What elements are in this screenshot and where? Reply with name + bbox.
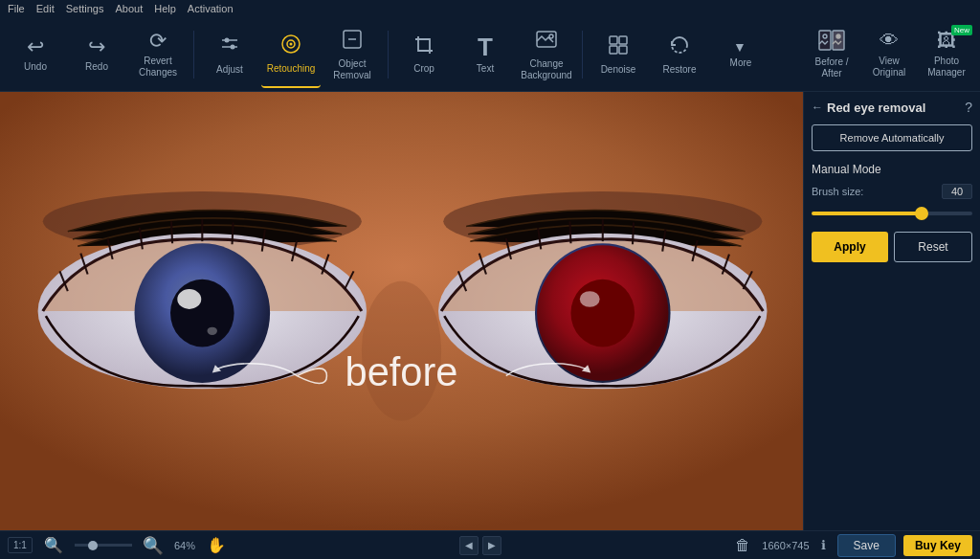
panel-header: ← Red eye removal ? [812,100,972,115]
more-icon: ▼ [733,40,748,54]
svg-point-3 [231,44,235,49]
object-removal-icon [341,28,364,55]
svg-rect-11 [610,36,617,44]
zoom-out-button[interactable]: 🔍 [40,534,67,556]
zoom-percent: 64% [174,540,195,551]
menu-about[interactable]: About [115,3,143,14]
action-buttons: Apply Reset [812,232,972,262]
hand-tool-button[interactable]: ✋ [203,534,230,556]
svg-rect-12 [619,36,627,44]
new-badge: New [951,25,972,35]
revert-button[interactable]: ⟳ RevertChanges [128,21,188,88]
buykey-button[interactable]: Buy Key [903,535,972,556]
svg-rect-15 [819,31,831,50]
menu-activation[interactable]: Activation [188,3,234,14]
svg-line-35 [233,222,234,244]
eye-photo: before [0,92,803,530]
redo-button[interactable]: ↪ Redo [67,21,126,88]
brush-slider-container [812,205,972,218]
denoise-icon [607,34,630,60]
revert-icon: ⟳ [149,31,167,52]
svg-point-26 [170,280,234,347]
svg-point-18 [836,34,840,38]
nav-arrows: ◀ ▶ [459,536,501,555]
undo-icon: ↩ [27,36,44,57]
statusbar-right: 🗑 1660×745 ℹ Save Buy Key [731,534,972,557]
panel-help-button[interactable]: ? [965,100,972,115]
manual-mode-label: Manual Mode [812,163,972,176]
crop-button[interactable]: Crop [394,21,454,88]
svg-point-10 [549,34,553,38]
separator-3 [582,31,583,78]
text-icon: T [478,34,493,59]
dimensions-text: 1660×745 [762,540,809,551]
fit-button[interactable]: 1:1 [8,537,33,553]
separator-1 [193,31,194,78]
svg-line-49 [569,221,570,243]
brush-size-slider[interactable] [812,212,972,215]
view-original-button[interactable]: 👁 ViewOriginal [861,21,917,88]
view-original-icon: 👁 [880,30,899,52]
adjust-button[interactable]: Adjust [200,21,259,88]
panel-back-button[interactable]: ← Red eye removal [812,101,925,115]
object-removal-button[interactable]: ObjectRemoval [323,21,382,88]
restore-icon [668,34,691,60]
before-after-button[interactable]: Before /After [804,21,859,88]
menubar: File Edit Settings About Help Activation [0,0,980,17]
prev-photo-button[interactable]: ◀ [459,536,479,555]
crop-icon [413,34,434,59]
save-button[interactable]: Save [837,534,896,557]
brush-size-label: Brush size: [812,186,863,197]
redo-icon: ↪ [88,36,105,57]
brush-size-value[interactable]: 40 [942,184,972,199]
statusbar: 1:1 🔍 🔍 64% ✋ ◀ ▶ 🗑 1660×745 ℹ Save Buy … [0,530,980,559]
retouching-button[interactable]: Retouching [261,21,321,88]
canvas-area[interactable]: before [0,92,803,530]
apply-button[interactable]: Apply [812,232,888,262]
panel-title: Red eye removal [827,101,925,115]
right-panel: ← Red eye removal ? Remove Automatically… [803,92,980,530]
before-after-icon [818,30,845,53]
delete-button[interactable]: 🗑 [731,535,754,556]
svg-point-28 [208,327,217,335]
svg-line-51 [633,222,634,244]
next-photo-button[interactable]: ▶ [482,536,501,555]
remove-automatically-button[interactable]: Remove Automatically [812,124,972,151]
svg-line-33 [171,221,172,243]
menu-file[interactable]: File [8,3,25,14]
svg-rect-13 [610,46,617,54]
info-button[interactable]: ℹ [817,536,830,554]
back-arrow-icon: ← [812,101,823,114]
toolbar: ↩ Undo ↪ Redo ⟳ RevertChanges Adjust R [0,17,980,92]
zoom-in-button[interactable]: 🔍 [139,533,168,557]
photo-manager-button[interactable]: New 🖼 PhotoManager [919,21,974,88]
restore-button[interactable]: Restore [650,21,709,88]
change-bg-icon [535,28,558,55]
brush-size-row: Brush size: 40 [812,184,972,199]
menu-help[interactable]: Help [154,3,176,14]
retouching-icon [279,33,302,59]
change-bg-button[interactable]: ChangeBackground [517,21,576,88]
svg-point-6 [290,42,293,45]
svg-text:before: before [345,349,457,394]
svg-point-44 [580,291,600,307]
reset-button[interactable]: Reset [894,232,972,262]
main-content: before ← Red eye removal ? Remove Automa… [0,92,980,530]
more-button[interactable]: ▼ More [711,21,770,88]
menu-settings[interactable]: Settings [66,3,104,14]
svg-point-43 [570,280,635,347]
separator-2 [388,31,389,78]
statusbar-left: 1:1 🔍 🔍 64% ✋ [8,534,230,556]
adjust-icon [218,34,241,60]
menu-edit[interactable]: Edit [36,3,55,14]
svg-rect-14 [619,46,627,54]
denoise-button[interactable]: Denoise [589,21,648,88]
svg-rect-16 [833,31,844,50]
undo-button[interactable]: ↩ Undo [6,21,65,88]
svg-point-27 [177,289,201,309]
text-button[interactable]: T Text [456,21,515,88]
svg-point-1 [225,37,230,42]
zoom-slider[interactable] [75,544,132,547]
